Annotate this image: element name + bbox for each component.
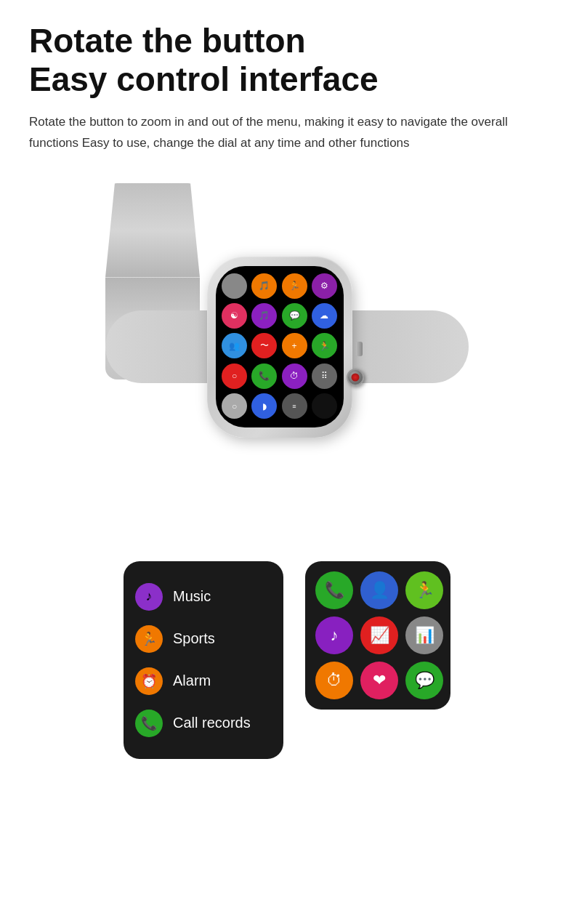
app-icon — [312, 393, 337, 419]
app-icon[interactable]: 💬 — [282, 303, 307, 329]
app-icon[interactable]: ⠿ — [312, 363, 337, 389]
app-icon[interactable]: ⏱ — [282, 363, 307, 389]
call-icon: 📞 — [135, 710, 163, 737]
apps-grid: 🎵 🏃 ⚙ ☯ 🎵 💬 ☁ 👥 〜 + 🏃 ○ — [216, 266, 344, 427]
watch-art: 🎵 🏃 ⚙ ☯ 🎵 💬 ☁ 👥 〜 + 🏃 ○ — [105, 183, 469, 532]
title-line1: Rotate the button — [29, 22, 306, 60]
app-icon[interactable]: ☁ — [312, 303, 337, 329]
music-icon: ♪ — [135, 583, 163, 611]
menu-label-call-records: Call records — [173, 715, 251, 731]
grid-icon-stats[interactable]: 📊 — [405, 616, 443, 654]
grid-icon-health[interactable]: 📈 — [360, 616, 398, 654]
grid-icon-message[interactable]: 💬 — [405, 662, 443, 699]
watch-section: 🎵 🏃 ⚙ ☯ 🎵 💬 ☁ 👥 〜 + 🏃 ○ — [29, 176, 545, 539]
app-icon[interactable] — [222, 273, 247, 299]
menu-item-music[interactable]: ♪ Music — [135, 576, 272, 618]
app-icon[interactable]: 🏃 — [312, 333, 337, 358]
watch-display: 🎵 🏃 ⚙ ☯ 🎵 💬 ☁ 👥 〜 + 🏃 ○ — [216, 266, 344, 427]
grid-icon-phone[interactable]: 📞 — [315, 571, 353, 609]
app-icon[interactable]: 〜 — [251, 333, 277, 358]
grid-screenshot: 📞 👤 🏃 ♪ 📈 📊 ⏱ ❤ 💬 — [305, 561, 450, 710]
icon-grid: 📞 👤 🏃 ♪ 📈 📊 ⏱ ❤ 💬 — [315, 571, 440, 699]
alarm-icon: ⏰ — [135, 667, 163, 695]
subtitle-text: Rotate the button to zoom in and out of … — [29, 112, 545, 154]
sports-icon: 🏃 — [135, 625, 163, 653]
app-icon[interactable]: 🎵 — [251, 273, 277, 299]
app-icon[interactable]: 🏃 — [282, 273, 307, 299]
app-icon[interactable]: 👥 — [222, 333, 247, 358]
grid-icon-heart[interactable]: ❤ — [360, 662, 398, 699]
menu-screenshot: ♪ Music 🏃 Sports ⏰ Alarm 📞 Call records — [124, 561, 283, 759]
app-icon[interactable]: ○ — [222, 363, 247, 389]
app-icon[interactable]: 🎵 — [251, 303, 277, 329]
side-button[interactable] — [356, 342, 363, 356]
page-container: Rotate the button Easy control interface… — [0, 0, 574, 924]
menu-label-sports: Sports — [173, 630, 215, 647]
title-line2: Easy control interface — [29, 60, 379, 98]
menu-item-sports[interactable]: 🏃 Sports — [135, 618, 272, 660]
app-icon[interactable]: 📞 — [251, 363, 277, 389]
app-icon[interactable]: ○ — [222, 393, 247, 419]
menu-label-music: Music — [173, 588, 211, 605]
watch-case: 🎵 🏃 ⚙ ☯ 🎵 💬 ☁ 👥 〜 + 🏃 ○ — [207, 256, 352, 438]
grid-icon-run[interactable]: 🏃 — [405, 571, 443, 609]
grid-icon-contact[interactable]: 👤 — [360, 571, 398, 609]
bottom-section: ♪ Music 🏃 Sports ⏰ Alarm 📞 Call records … — [29, 561, 545, 759]
band-top — [105, 183, 200, 278]
app-icon[interactable]: ≡ — [282, 393, 307, 419]
app-icon[interactable]: + — [282, 333, 307, 358]
grid-icon-timer[interactable]: ⏱ — [315, 662, 353, 699]
menu-label-alarm: Alarm — [173, 672, 211, 689]
menu-item-alarm[interactable]: ⏰ Alarm — [135, 660, 272, 702]
grid-icon-music[interactable]: ♪ — [315, 616, 353, 654]
app-icon[interactable]: ⚙ — [312, 273, 337, 299]
app-icon[interactable]: ◗ — [251, 393, 277, 419]
main-title: Rotate the button Easy control interface — [29, 22, 545, 99]
menu-item-call-records[interactable]: 📞 Call records — [135, 702, 272, 744]
crown-center — [352, 373, 360, 381]
header-section: Rotate the button Easy control interface… — [29, 22, 545, 154]
crown-button[interactable] — [347, 369, 364, 386]
app-icon[interactable]: ☯ — [222, 303, 247, 329]
